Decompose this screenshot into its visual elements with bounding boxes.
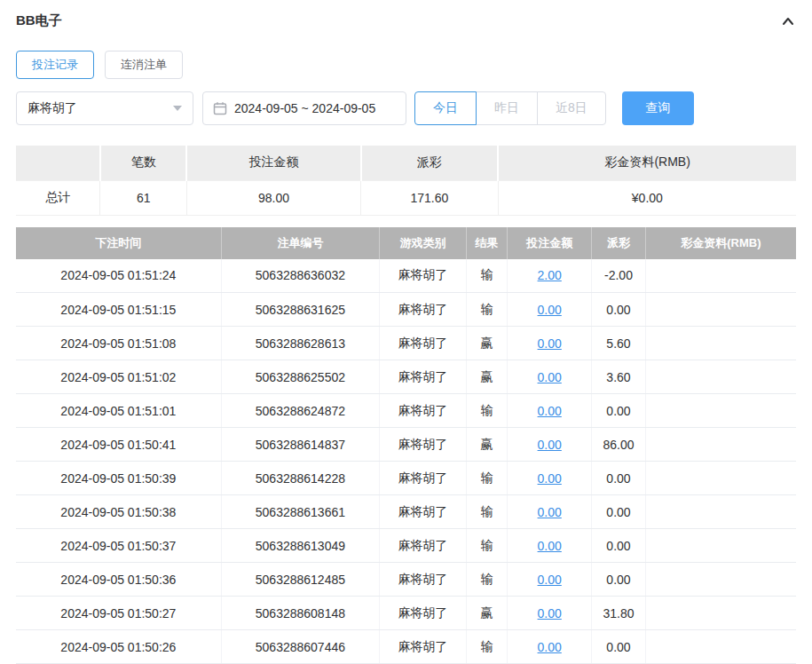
summary-header-blank — [16, 146, 100, 180]
bet-id-cell: 5063288608148 — [221, 597, 379, 630]
game-type-cell: 麻将胡了 — [380, 428, 467, 462]
payout-cell: 86.00 — [592, 428, 646, 462]
yesterday-button[interactable]: 昨日 — [476, 91, 538, 125]
result-cell: 赢 — [466, 597, 508, 630]
payout-cell: 0.00 — [592, 293, 646, 327]
table-row: 2024-09-05 01:50:375063288613049麻将胡了输0.0… — [16, 529, 796, 563]
quick-range-group: 今日 昨日 近8日 — [414, 91, 606, 125]
summary-header-payout: 派彩 — [361, 146, 499, 180]
bonus-cell — [645, 394, 796, 428]
game-select[interactable]: 麻将胡了 — [16, 91, 193, 125]
summary-count-value: 61 — [100, 180, 187, 215]
tab-bet-records[interactable]: 投注记录 — [16, 51, 94, 79]
summary-header-bonus: 彩金资料(RMB) — [498, 146, 796, 180]
result-cell: 输 — [466, 259, 508, 293]
bet-amount-link[interactable]: 0.00 — [538, 471, 562, 486]
table-row: 2024-09-05 01:51:015063288624872麻将胡了输0.0… — [16, 394, 796, 428]
tab-cancelled-bets[interactable]: 连消注单 — [105, 51, 183, 79]
bet-time-cell: 2024-09-05 01:51:08 — [16, 327, 221, 360]
result-cell: 赢 — [466, 327, 508, 360]
bet-time-cell: 2024-09-05 01:50:38 — [16, 495, 221, 529]
bet-id-cell: 5063288631625 — [221, 293, 379, 327]
bet-table-body: 2024-09-05 01:51:245063288636032麻将胡了输2.0… — [16, 259, 796, 664]
bet-records-panel: BB电子 投注记录 连消注单 麻将胡了 2024-09-05 ~ 20 — [0, 0, 812, 664]
caret-down-icon — [173, 106, 182, 111]
summary-bonus-value: ¥0.00 — [498, 180, 796, 215]
bet-time-cell: 2024-09-05 01:51:15 — [16, 293, 221, 327]
search-button[interactable]: 查询 — [622, 91, 694, 125]
bet-amount-link[interactable]: 0.00 — [538, 404, 562, 418]
bonus-cell — [645, 630, 796, 664]
bet-amount-link[interactable]: 0.00 — [538, 640, 562, 654]
result-cell: 输 — [466, 394, 508, 428]
bet-id-cell: 5063288625502 — [221, 360, 379, 394]
col-game-type-header: 游戏类别 — [380, 227, 467, 259]
bet-amount-cell: 0.00 — [508, 495, 592, 529]
bet-time-cell: 2024-09-05 01:51:02 — [16, 360, 221, 394]
col-payout-header: 派彩 — [592, 227, 646, 259]
result-cell: 输 — [466, 563, 508, 597]
payout-cell: 5.60 — [592, 327, 646, 360]
bet-id-cell: 5063288614228 — [221, 462, 379, 495]
bet-amount-link[interactable]: 0.00 — [538, 370, 562, 384]
table-row: 2024-09-05 01:50:265063288607446麻将胡了输0.0… — [16, 630, 796, 664]
bet-time-cell: 2024-09-05 01:50:37 — [16, 529, 221, 563]
table-row: 2024-09-05 01:51:245063288636032麻将胡了输2.0… — [16, 259, 796, 293]
result-cell: 输 — [466, 495, 508, 529]
game-type-cell: 麻将胡了 — [380, 462, 467, 495]
bonus-cell — [645, 293, 796, 327]
bet-time-cell: 2024-09-05 01:50:41 — [16, 428, 221, 462]
bonus-cell — [645, 597, 796, 630]
payout-cell: 0.00 — [592, 394, 646, 428]
bet-amount-cell: 2.00 — [508, 259, 592, 293]
bet-id-cell: 5063288612485 — [221, 563, 379, 597]
bonus-cell — [645, 495, 796, 529]
table-row: 2024-09-05 01:51:085063288628613麻将胡了赢0.0… — [16, 327, 796, 360]
last-8-days-button[interactable]: 近8日 — [537, 91, 606, 125]
bet-amount-link[interactable]: 0.00 — [538, 336, 562, 351]
bonus-cell — [645, 360, 796, 394]
summary-table: 笔数 投注金额 派彩 彩金资料(RMB) 总计 61 98.00 171.60 … — [16, 146, 796, 216]
panel-title: BB电子 — [16, 12, 62, 29]
today-button[interactable]: 今日 — [414, 91, 477, 125]
bet-amount-cell: 0.00 — [508, 428, 592, 462]
bet-amount-link[interactable]: 0.00 — [538, 606, 562, 621]
table-row: 2024-09-05 01:50:395063288614228麻将胡了输0.0… — [16, 462, 796, 495]
payout-cell: 0.00 — [592, 495, 646, 529]
summary-total-label: 总计 — [16, 180, 100, 215]
game-type-cell: 麻将胡了 — [380, 293, 467, 327]
payout-cell: 0.00 — [592, 630, 646, 664]
game-type-cell: 麻将胡了 — [380, 529, 467, 563]
summary-bet-amount-value: 98.00 — [186, 180, 360, 215]
bet-amount-cell: 0.00 — [508, 462, 592, 495]
bet-time-cell: 2024-09-05 01:50:39 — [16, 462, 221, 495]
bet-id-cell: 5063288628613 — [221, 327, 379, 360]
bet-time-cell: 2024-09-05 01:50:36 — [16, 563, 221, 597]
result-cell: 输 — [466, 462, 508, 495]
bet-amount-cell: 0.00 — [508, 394, 592, 428]
bonus-cell — [645, 529, 796, 563]
collapse-chevron-up-icon[interactable] — [780, 13, 796, 29]
bet-amount-link[interactable]: 0.00 — [538, 505, 562, 519]
payout-cell: -2.00 — [592, 259, 646, 293]
filter-bar: 麻将胡了 2024-09-05 ~ 2024-09-05 今日 昨日 近8日 查… — [16, 91, 796, 125]
game-type-cell: 麻将胡了 — [380, 495, 467, 529]
bet-amount-link[interactable]: 0.00 — [538, 573, 562, 587]
bet-time-cell: 2024-09-05 01:51:01 — [16, 394, 221, 428]
game-type-cell: 麻将胡了 — [380, 563, 467, 597]
payout-cell: 31.80 — [592, 597, 646, 630]
bet-amount-link[interactable]: 2.00 — [538, 268, 562, 282]
bet-table-header-row: 下注时间 注单编号 游戏类别 结果 投注金额 派彩 彩金资料(RMB) — [16, 227, 796, 259]
bet-amount-link[interactable]: 0.00 — [538, 438, 562, 452]
game-type-cell: 麻将胡了 — [380, 360, 467, 394]
table-row: 2024-09-05 01:51:155063288631625麻将胡了输0.0… — [16, 293, 796, 327]
bet-amount-cell: 0.00 — [508, 563, 592, 597]
game-type-cell: 麻将胡了 — [380, 259, 467, 293]
bet-amount-link[interactable]: 0.00 — [538, 303, 562, 317]
col-bet-time-header: 下注时间 — [16, 227, 221, 259]
bet-amount-cell: 0.00 — [508, 529, 592, 563]
summary-header-bet-amount: 投注金额 — [186, 146, 360, 180]
date-range-picker[interactable]: 2024-09-05 ~ 2024-09-05 — [202, 91, 406, 125]
game-type-cell: 麻将胡了 — [380, 597, 467, 630]
bet-amount-link[interactable]: 0.00 — [538, 539, 562, 553]
